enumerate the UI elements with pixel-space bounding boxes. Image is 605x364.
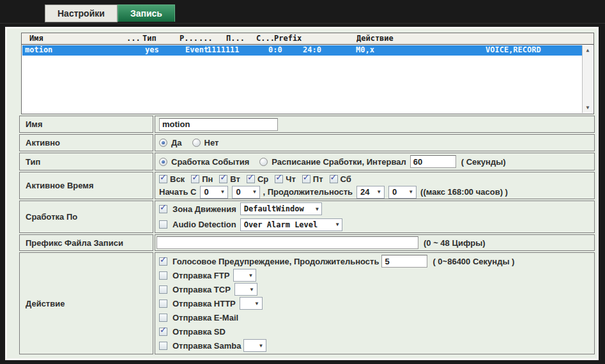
row-active-time: Активное Время ✓ Вск ✓ Пн ✓ Вт ✓ Ср ✓ Чт…: [19, 172, 595, 199]
chevron-down-icon: ▼: [252, 189, 257, 195]
cell-enabled: yes: [145, 45, 159, 54]
list-scrollbar[interactable]: ▲ ▼: [582, 45, 593, 113]
row-name: Имя: [19, 116, 595, 133]
row-type: Тип Сработка События Расписание Сработки…: [19, 153, 595, 171]
motion-zone-label: Зона Движения: [172, 204, 236, 214]
tab-settings[interactable]: Настройки: [45, 4, 118, 22]
day-tue-label: Вт: [230, 174, 240, 184]
chevron-down-icon: ▼: [376, 189, 381, 195]
duration-label: , Продолжительность: [263, 187, 353, 197]
row-trigger: Сработка По ✓ Зона Движения DefaultWindo…: [19, 201, 595, 233]
send-sd-label: Отправка SD: [172, 327, 226, 337]
active-yes-radio[interactable]: [159, 139, 167, 147]
chevron-down-icon: ▼: [248, 273, 253, 278]
motion-zone-select[interactable]: DefaultWindow▼: [240, 202, 322, 215]
day-fri-label: Пт: [313, 174, 323, 184]
send-sd-checkbox[interactable]: ✓: [159, 328, 167, 336]
prefix-input[interactable]: [157, 236, 418, 249]
list-row-motion[interactable]: motion yes Event 1111111 0:0 24:0 M0,x V…: [22, 45, 583, 56]
active-time-label: Активное Время: [19, 172, 153, 199]
cell-duration: 24:0: [303, 45, 321, 54]
day-wed-label: Ср: [257, 174, 268, 184]
interval-unit: ( Секунды): [461, 157, 506, 167]
row-action: Действие ✓ Голосовое Предупреждение, Про…: [19, 252, 595, 354]
send-samba-checkbox[interactable]: [159, 342, 167, 350]
name-label: Имя: [19, 116, 153, 133]
col-c: C...: [256, 34, 275, 43]
duration-min-select[interactable]: 0▼: [388, 186, 417, 199]
type-schedule-label: Расписание Сработки, Интервал: [272, 157, 406, 167]
send-email-checkbox[interactable]: [159, 314, 167, 322]
tab-bar: Настройки Запись: [45, 4, 175, 22]
chevron-down-icon: ▼: [220, 189, 226, 195]
send-samba-select[interactable]: ▼: [243, 339, 266, 352]
record-rule-form: Имя Активно Да Нет Тип Сработка События …: [19, 116, 595, 354]
prefix-label: Префикс Файла Записи: [19, 234, 153, 251]
voice-warning-checkbox[interactable]: ✓: [159, 257, 167, 266]
send-ftp-checkbox[interactable]: [159, 271, 167, 280]
cell-name: motion: [25, 45, 52, 54]
row-prefix: Префикс Файла Записи (0 ~ 48 Цифры): [19, 234, 595, 251]
active-label: Активно: [19, 134, 153, 151]
start-label: Начать С: [159, 187, 196, 197]
day-sat-label: Сб: [341, 174, 351, 184]
interval-input[interactable]: [410, 155, 456, 168]
type-event-label: Сработка События: [171, 157, 249, 167]
active-no-radio[interactable]: [192, 139, 201, 147]
voice-duration-input[interactable]: [381, 255, 427, 268]
duration-hint: ((макс 168:00 часов) ): [420, 187, 508, 197]
send-http-select[interactable]: ▼: [240, 297, 263, 310]
audio-detection-checkbox[interactable]: [159, 220, 167, 229]
day-fri-checkbox[interactable]: ✓: [302, 175, 310, 183]
tabbar-divider: [0, 23, 605, 24]
action-label: Действие: [19, 252, 153, 354]
start-min-select[interactable]: 0▼: [232, 186, 260, 199]
day-wed-checkbox[interactable]: ✓: [247, 175, 255, 183]
send-tcp-checkbox[interactable]: [159, 285, 167, 294]
cell-type: Event: [185, 45, 208, 54]
col-prefix: Prefix: [274, 34, 302, 43]
send-tcp-select[interactable]: ▼: [234, 283, 257, 296]
cell-days: 1111111: [207, 45, 240, 54]
col-action: Действие: [356, 34, 394, 43]
send-ftp-select[interactable]: ▼: [233, 269, 256, 282]
active-no-label: Нет: [204, 138, 219, 148]
day-thu-checkbox[interactable]: ✓: [275, 175, 283, 183]
scroll-down-icon[interactable]: ▼: [583, 104, 593, 112]
day-sun-label: Вск: [170, 174, 185, 184]
start-hour-select[interactable]: 0▼: [200, 186, 228, 199]
send-tcp-label: Отправка TCP: [172, 285, 231, 294]
day-mon-label: Пн: [202, 174, 213, 184]
send-email-label: Отправка E-Mail: [172, 313, 238, 322]
audio-detection-label: Audio Detection: [172, 220, 236, 229]
chevron-down-icon: ▼: [254, 301, 259, 307]
voice-duration-hint: ( 0~86400 Секунды ): [433, 257, 514, 266]
motion-zone-checkbox[interactable]: ✓: [159, 205, 167, 213]
send-http-checkbox[interactable]: [159, 300, 167, 308]
name-input[interactable]: [159, 118, 278, 131]
record-settings-panel: Имя ... Тип P... ... П... C... Prefix Де…: [5, 27, 599, 360]
day-tue-checkbox[interactable]: ✓: [219, 175, 227, 183]
send-http-label: Отправка HTTP: [172, 299, 236, 308]
cell-actions: VOICE,RECORD: [486, 45, 541, 54]
col-dots2: ...: [199, 34, 213, 43]
chevron-down-icon: ▼: [259, 343, 264, 349]
prefix-hint: (0 ~ 48 Цифры): [424, 238, 486, 248]
col-p: P...: [180, 34, 198, 43]
tab-record[interactable]: Запись: [118, 4, 175, 22]
chevron-down-icon: ▼: [249, 287, 254, 292]
type-event-radio[interactable]: [159, 158, 167, 166]
col-pi: П...: [226, 34, 245, 43]
type-schedule-radio[interactable]: [259, 158, 268, 166]
day-mon-checkbox[interactable]: ✓: [191, 175, 199, 183]
chevron-down-icon: ▼: [316, 206, 319, 212]
cell-trigger: M0,x: [356, 45, 374, 54]
day-thu-label: Чт: [286, 174, 296, 184]
day-sat-checkbox[interactable]: ✓: [330, 175, 338, 183]
cell-start: 0:0: [268, 45, 282, 54]
day-sun-checkbox[interactable]: ✓: [159, 175, 167, 183]
audio-detection-select[interactable]: Over Alarm Level▼: [240, 218, 342, 231]
record-rules-list: Имя ... Тип P... ... П... C... Prefix Де…: [21, 33, 594, 114]
scroll-up-icon[interactable]: ▲: [583, 47, 593, 54]
duration-hour-select[interactable]: 24▼: [356, 186, 385, 199]
